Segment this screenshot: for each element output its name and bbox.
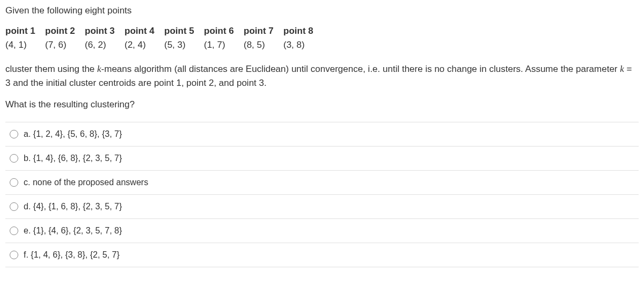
points-data-row: (4, 1) (7, 6) (6, 2) (2, 4) (5, 3) (1, 7… (5, 40, 639, 50)
option-c[interactable]: c. none of the proposed answers (5, 171, 639, 195)
radio-icon (10, 178, 18, 187)
header-point-5: point 5 (164, 26, 204, 36)
option-e-label: e. {1}, {4, 6}, {2, 3, 5, 7, 8} (24, 226, 122, 236)
radio-icon (10, 154, 18, 163)
math-k1: k (97, 64, 101, 74)
point-5-value: (5, 3) (164, 40, 204, 50)
option-c-label: c. none of the proposed answers (24, 178, 148, 187)
option-f-label: f. {1, 4, 6}, {3, 8}, {2, 5, 7} (24, 250, 120, 260)
body-eq: = (624, 64, 632, 74)
header-point-4: point 4 (125, 26, 164, 36)
option-b-label: b. {1, 4}, {6, 8}, {2, 3, 5, 7} (24, 154, 122, 163)
question-intro: Given the following eight points (5, 5, 639, 16)
point-7-value: (8, 5) (244, 40, 283, 50)
option-b[interactable]: b. {1, 4}, {6, 8}, {2, 3, 5, 7} (5, 147, 639, 171)
header-point-7: point 7 (244, 26, 283, 36)
option-a[interactable]: a. {1, 2, 4}, {5, 6, 8}, {3, 7} (5, 122, 639, 147)
point-6-value: (1, 7) (204, 40, 244, 50)
radio-icon (10, 251, 18, 259)
options-list: a. {1, 2, 4}, {5, 6, 8}, {3, 7} b. {1, 4… (5, 122, 639, 267)
option-d[interactable]: d. {4}, {1, 6, 8}, {2, 3, 5, 7} (5, 195, 639, 219)
point-2-value: (7, 6) (45, 40, 85, 50)
radio-icon (10, 226, 18, 235)
radio-icon (10, 202, 18, 211)
point-8-value: (3, 8) (283, 40, 323, 50)
option-f[interactable]: f. {1, 4, 6}, {3, 8}, {2, 5, 7} (5, 243, 639, 267)
point-3-value: (6, 2) (85, 40, 125, 50)
point-1-value: (4, 1) (5, 40, 45, 50)
header-point-3: point 3 (85, 26, 125, 36)
body-part3: and the initial cluster centroids are po… (10, 78, 266, 88)
question-body: cluster them using the k-means algorithm… (5, 62, 639, 90)
point-4-value: (2, 4) (125, 40, 164, 50)
body-part2: -means algorithm (all distances are Eucl… (101, 64, 620, 74)
header-point-6: point 6 (204, 26, 244, 36)
header-point-1: point 1 (5, 26, 45, 36)
header-point-2: point 2 (45, 26, 85, 36)
option-a-label: a. {1, 2, 4}, {5, 6, 8}, {3, 7} (24, 129, 122, 139)
math-k2: k (620, 64, 624, 74)
question-prompt: What is the resulting clustering? (5, 99, 639, 110)
points-header-row: point 1 point 2 point 3 point 4 point 5 … (5, 26, 639, 36)
body-part1: cluster them using the (5, 64, 97, 74)
header-point-8: point 8 (283, 26, 323, 36)
option-d-label: d. {4}, {1, 6, 8}, {2, 3, 5, 7} (24, 202, 122, 211)
radio-icon (10, 130, 18, 138)
option-e[interactable]: e. {1}, {4, 6}, {2, 3, 5, 7, 8} (5, 219, 639, 243)
